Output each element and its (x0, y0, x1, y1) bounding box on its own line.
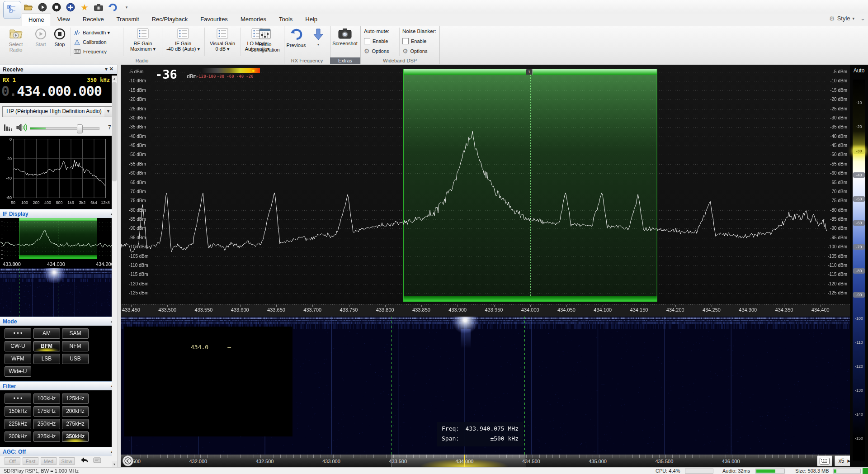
if-display-header[interactable]: IF Display ▴ (0, 209, 117, 218)
previous-button[interactable]: Previous (285, 27, 307, 56)
stop-icon[interactable] (52, 2, 61, 12)
tab-transmit[interactable]: Transmit (110, 14, 146, 26)
if-waterfall[interactable] (0, 268, 117, 317)
left-panel-scrollbar[interactable]: ▲ ▼ (112, 76, 117, 467)
mode-button-bfm[interactable]: BFM (33, 341, 60, 351)
mode-section-header[interactable]: Mode ▴ (0, 317, 117, 326)
gauge-auto-label[interactable]: Auto (850, 67, 868, 74)
panel-close-icon[interactable]: ✕ (109, 66, 115, 71)
filter-button-100khz[interactable]: 100kHz (33, 393, 60, 404)
tab-view[interactable]: View (51, 14, 76, 26)
frequency-display[interactable]: RX 1 350 kHz 0.434.000.000 (0, 76, 117, 103)
tab-memories[interactable]: Memories (234, 14, 273, 26)
ribbon-separator (399, 28, 400, 56)
equalizer-icon[interactable] (4, 123, 13, 133)
calibration-button[interactable]: Calibration (74, 38, 107, 47)
mode-button-wideu[interactable]: Wide-U (5, 366, 31, 377)
camera-icon[interactable] (94, 2, 104, 12)
start-button[interactable]: Start (32, 27, 50, 56)
tab-help[interactable]: Help (299, 14, 324, 26)
filter-button-300khz[interactable]: 300kHz (5, 431, 31, 442)
mode-button-cwu[interactable]: CW-U (5, 341, 31, 351)
filter-button-[interactable]: • • • (5, 393, 31, 404)
volume-slider[interactable] (30, 127, 99, 130)
agc-button-off[interactable]: Off (5, 457, 20, 465)
agc-monitor-icon[interactable] (93, 457, 101, 465)
bandwidth-button[interactable]: Bandwidth ▾ (74, 28, 110, 37)
filter-button-200khz[interactable]: 200kHz (62, 406, 89, 417)
application-menu-button[interactable] (3, 1, 21, 19)
agc-button-fast[interactable]: Fast (23, 457, 38, 465)
frequency-tick-label: 434.050 (554, 307, 579, 313)
waterfall-frequency-ruler[interactable]: 431.500432.000432.500433.000433.500434.0… (121, 455, 868, 467)
mode-button-sam[interactable]: SAM (62, 328, 89, 339)
mode-button-wfm[interactable]: WFM (5, 354, 31, 364)
panel-collapse-icon[interactable]: ▾ (105, 66, 109, 71)
mode-button-nfm[interactable]: NFM (62, 341, 89, 351)
auto-mute-options-button[interactable]: ⚙ Options (364, 47, 389, 56)
if-gain-button[interactable]: IF Gain -40 dB (Auto) ▾ (164, 27, 203, 56)
stop-button[interactable]: Stop (51, 27, 69, 56)
favourite-star-icon[interactable]: ★ (80, 2, 90, 12)
filter-button-325khz[interactable]: 325kHz (33, 431, 60, 442)
filter-button-250khz[interactable]: 250kHz (33, 419, 60, 429)
checkbox-icon[interactable] (402, 38, 409, 44)
scrollbar-thumb[interactable] (112, 82, 117, 181)
filter-section-header[interactable]: Filter ▴ (0, 381, 117, 390)
tab-receive[interactable]: Receive (76, 14, 110, 26)
tab-tools[interactable]: Tools (273, 14, 299, 26)
tuned-frequency-readout[interactable]: 0.434.000.000 (1, 83, 102, 99)
add-icon[interactable] (66, 2, 75, 12)
speaker-icon[interactable] (16, 123, 27, 133)
if-spectrum-plot[interactable] (0, 218, 117, 261)
volume-slider-handle[interactable] (77, 124, 83, 133)
agc-button-med[interactable]: Med (41, 457, 57, 465)
ruler-scroll-left-button[interactable] (123, 455, 133, 466)
tab-home[interactable]: Home (22, 14, 51, 26)
screenshot-button[interactable]: Screenshot (331, 27, 359, 56)
tab-rec-playback[interactable]: Rec/Playback (146, 14, 194, 26)
ribbon-collapse-icon[interactable]: ⌄ (860, 15, 865, 22)
audio-device-select[interactable]: HP (Périphérique High Definition Audio) (2, 106, 106, 117)
rf-gain-button[interactable]: RF Gain Maximum ▾ (126, 27, 160, 56)
noise-blanker-options-button[interactable]: ⚙ Options (402, 47, 427, 56)
history-button[interactable]: ▾ (308, 27, 328, 56)
waterfall-display[interactable]: 434.0– Freq:433.940.075 MHz Span:±500 kH… (121, 317, 850, 455)
select-radio-button[interactable]: Select Radio (2, 27, 30, 56)
mode-button-lsb[interactable]: LSB (33, 354, 60, 364)
checkbox-icon[interactable] (364, 38, 370, 44)
level-gauge[interactable]: Auto -10-20-30-40-50-60-70-80-90-100-110… (850, 65, 868, 467)
audio-spectrum-graph[interactable]: 0-20-40-60 501002004008001k63k26k412k8 (0, 136, 117, 209)
undo-icon[interactable] (108, 2, 118, 12)
agc-back-arrow-icon[interactable] (80, 457, 89, 465)
audio-spectrum-canvas (0, 136, 117, 209)
filter-button-175khz[interactable]: 175kHz (33, 406, 60, 417)
open-folder-icon[interactable] (24, 2, 33, 12)
selection-marker-tab[interactable]: 1 (526, 69, 533, 75)
agc-button-slow[interactable]: Slow (59, 457, 75, 465)
filter-button-225khz[interactable]: 225kHz (5, 419, 31, 429)
noise-blanker-enable-checkbox[interactable]: Enable (402, 37, 426, 46)
scrollbar-up-icon[interactable]: ▲ (112, 76, 117, 81)
receive-panel-header[interactable]: Receive ▾✕ (0, 65, 117, 74)
filter-button-150khz[interactable]: 150kHz (5, 406, 31, 417)
mode-button-usb[interactable]: USB (62, 354, 89, 364)
qat-more-icon[interactable]: ▾ (122, 2, 132, 12)
frequency-button[interactable]: Frequency (74, 47, 107, 56)
frequency-entry-keyboard-button[interactable] (817, 455, 832, 466)
visual-gain-button[interactable]: Visual Gain 0 dB ▾ (206, 27, 239, 56)
radio-configuration-button[interactable]: Radio Configuration (248, 27, 282, 56)
mode-button-am[interactable]: AM (33, 328, 60, 339)
agc-section-header[interactable]: AGC: Off ▴ (0, 447, 117, 456)
scrollbar-down-icon[interactable]: ▼ (112, 461, 117, 467)
style-button[interactable]: Style (837, 15, 850, 22)
filter-button-275khz[interactable]: 275kHz (62, 419, 89, 429)
filter-button-350khz[interactable]: 350kHz (62, 431, 89, 442)
tab-favourites[interactable]: Favourites (194, 14, 234, 26)
style-dropdown-arrow-icon[interactable]: ▾ (853, 16, 855, 21)
spectrum-display[interactable]: -5 dBm-10 dBm-15 dBm-20 dBm-25 dBm-30 dB… (121, 65, 850, 317)
auto-mute-enable-checkbox[interactable]: Enable (364, 37, 388, 46)
filter-button-125khz[interactable]: 125kHz (62, 393, 89, 404)
play-icon[interactable] (38, 2, 47, 12)
mode-button-[interactable]: • • • (5, 328, 31, 339)
